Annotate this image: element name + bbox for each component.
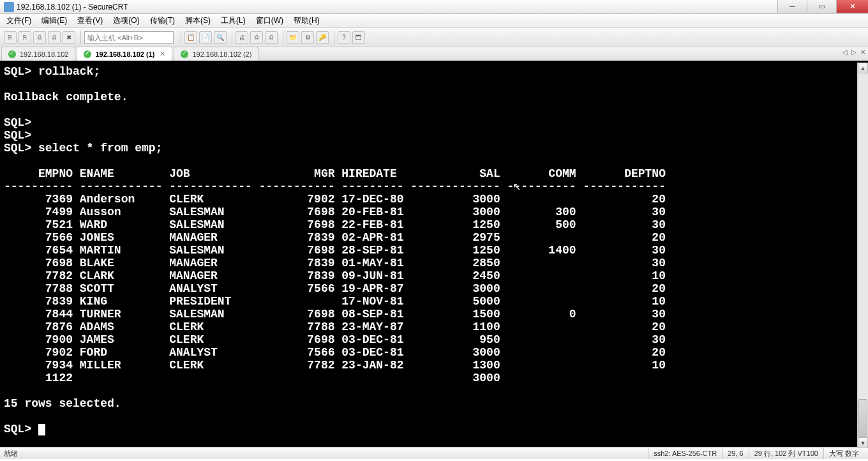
tab-session-1[interactable]: 192.168.18.102	[1, 47, 75, 61]
toolbar-separator	[232, 31, 232, 44]
status-ready: 就绪	[4, 449, 18, 458]
toolbar-button-3[interactable]: ⎙	[33, 31, 46, 44]
tab-label: 192.168.18.102 (1)	[95, 50, 154, 58]
statusbar: 就绪 ssh2: AES-256-CTR 29, 6 29 行, 102 列 V…	[0, 447, 868, 459]
toolbar-help-icon[interactable]: ?	[338, 31, 350, 44]
tab-nav: ◁ ▷ ✕	[842, 49, 865, 56]
terminal[interactable]: SQL> rollback; Rollback complete. SQL> S…	[0, 63, 868, 447]
menu-transfer[interactable]: 传输(T)	[150, 15, 175, 26]
menu-script[interactable]: 脚本(S)	[185, 15, 211, 26]
scrollbar[interactable]: ▲ ▼	[857, 63, 868, 448]
connected-icon	[181, 50, 188, 58]
titlebar: 192.168.18.102 (1) - SecureCRT ─ ▭ ✕	[0, 0, 868, 14]
minimize-button[interactable]: ─	[777, 0, 807, 13]
scroll-track[interactable]	[858, 73, 868, 437]
toolbar-separator	[181, 31, 181, 44]
status-size: 29 行, 102 列 VT100	[749, 448, 823, 459]
connected-icon	[84, 50, 91, 58]
status-position: 29, 6	[722, 448, 748, 459]
tab-label: 192.168.18.102 (2)	[192, 50, 251, 58]
toolbar-button-5[interactable]: ✖	[63, 31, 75, 44]
menu-options[interactable]: 选项(O)	[113, 15, 139, 26]
toolbar-copy-icon[interactable]: 📋	[184, 31, 197, 44]
toolbar-button-15[interactable]: 🗔	[352, 31, 365, 44]
scroll-up-icon[interactable]: ▲	[858, 63, 868, 73]
close-button[interactable]: ✕	[836, 0, 868, 13]
toolbar-settings-icon[interactable]: ⚙	[301, 31, 314, 44]
tab-session-2[interactable]: 192.168.18.102 (1) ✕	[77, 47, 172, 61]
toolbar: ⎘ ⎘ ⎙ ⎙ ✖ 📋 📄 🔍 🖨 ⎙ ⎙ 📁 ⚙ 🔑 ? 🗔	[0, 28, 868, 47]
window-title: 192.168.18.102 (1) - SecureCRT	[17, 3, 128, 11]
app-icon	[4, 2, 14, 12]
toolbar-separator	[334, 31, 334, 44]
menu-file[interactable]: 文件(F)	[6, 15, 31, 26]
menu-view[interactable]: 查看(V)	[77, 15, 103, 26]
status-connection: ssh2: AES-256-CTR	[648, 448, 722, 459]
toolbar-button-2[interactable]: ⎘	[19, 31, 31, 44]
scroll-down-icon[interactable]: ▼	[858, 437, 868, 448]
tabbar: 192.168.18.102 192.168.18.102 (1) ✕ 192.…	[0, 47, 868, 63]
menu-tools[interactable]: 工具(L)	[221, 15, 246, 26]
menu-edit[interactable]: 编辑(E)	[41, 15, 67, 26]
tab-prev-icon[interactable]: ◁	[842, 49, 848, 56]
toolbar-find-icon[interactable]: 🔍	[214, 31, 227, 44]
toolbar-button-10[interactable]: ⎙	[250, 31, 263, 44]
toolbar-paste-icon[interactable]: 📄	[199, 31, 212, 44]
tab-session-3[interactable]: 192.168.18.102 (2)	[174, 47, 258, 61]
maximize-button[interactable]: ▭	[807, 0, 836, 13]
toolbar-print-icon[interactable]: 🖨	[236, 31, 248, 44]
status-caps: 大写 数字	[823, 448, 864, 459]
menubar: 文件(F) 编辑(E) 查看(V) 选项(O) 传输(T) 脚本(S) 工具(L…	[0, 14, 868, 28]
toolbar-button-1[interactable]: ⎘	[4, 31, 17, 44]
toolbar-separator	[80, 31, 81, 44]
scroll-thumb[interactable]	[858, 399, 867, 437]
toolbar-button-4[interactable]: ⎙	[48, 31, 61, 44]
tab-close-icon[interactable]: ✕	[160, 50, 165, 58]
tab-label: 192.168.18.102	[20, 50, 68, 58]
toolbar-button-11[interactable]: ⎙	[265, 31, 278, 44]
menu-window[interactable]: 窗口(W)	[256, 15, 283, 26]
connected-icon	[8, 50, 16, 58]
toolbar-separator	[283, 31, 283, 44]
tab-close-all-icon[interactable]: ✕	[860, 49, 865, 56]
host-input[interactable]	[84, 31, 174, 44]
toolbar-button-12[interactable]: 📁	[287, 31, 299, 44]
menu-help[interactable]: 帮助(H)	[294, 15, 320, 26]
toolbar-key-icon[interactable]: 🔑	[316, 31, 329, 44]
tab-next-icon[interactable]: ▷	[851, 49, 857, 56]
